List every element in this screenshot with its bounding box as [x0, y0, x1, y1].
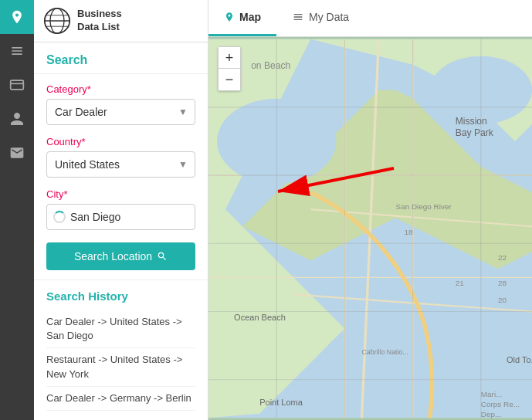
svg-text:Mission: Mission [456, 116, 487, 127]
search-history: Search History Car Dealer -> United Stat… [34, 279, 208, 420]
city-label: City* [46, 188, 195, 200]
nav-layers[interactable] [0, 34, 34, 68]
category-select[interactable]: Car Dealer Restaurant Hotel Retail Other [46, 99, 195, 125]
map-zoom-controls: + − [218, 46, 241, 91]
map-svg: Mission Bay Park on Beach San Diego Rive… [208, 37, 532, 420]
svg-text:21: 21 [456, 279, 465, 287]
nav-card[interactable] [0, 68, 34, 102]
svg-text:Corps Re...: Corps Re... [481, 400, 520, 408]
svg-text:Cabrillo Natio...: Cabrillo Natio... [361, 348, 408, 356]
map-tabs: Map My Data [208, 0, 532, 37]
sidebar-title: Search [46, 53, 195, 67]
history-item[interactable]: Car Dealer -> Germany -> Berlin [46, 387, 195, 411]
zoom-out-button[interactable]: − [219, 69, 240, 90]
svg-text:Dep...: Dep... [481, 410, 501, 418]
main-container: Business Data List Search Category* Car … [34, 0, 532, 420]
top-row: Business Data List Search Category* Car … [34, 0, 532, 420]
city-spinner [53, 211, 66, 223]
tab-map-label: Map [239, 11, 261, 23]
tab-mydata-label: My Data [309, 11, 349, 23]
nav-mail[interactable] [0, 136, 34, 170]
svg-rect-0 [11, 80, 24, 90]
svg-text:San Diego River: San Diego River [396, 202, 452, 211]
sidebar-content: Category* Car Dealer Restaurant Hotel Re… [34, 74, 208, 279]
svg-text:on Beach: on Beach [251, 60, 290, 71]
svg-text:20: 20 [498, 296, 507, 304]
logo-area: Business Data List [34, 0, 208, 42]
svg-text:Ocean Beach: Ocean Beach [234, 313, 286, 322]
nav-user[interactable] [0, 102, 34, 136]
sidebar: Business Data List Search Category* Car … [34, 0, 208, 420]
logo-text: Business Data List [77, 8, 122, 34]
svg-text:Mari...: Mari... [481, 390, 503, 398]
tab-mydata[interactable]: My Data [276, 0, 364, 36]
zoom-in-button[interactable]: + [219, 47, 240, 69]
category-select-wrapper: Car Dealer Restaurant Hotel Retail Other… [46, 99, 195, 125]
svg-text:Bay Park: Bay Park [456, 127, 494, 138]
svg-text:22: 22 [498, 253, 507, 262]
search-btn-label: Search Location [74, 250, 152, 262]
icon-bar [0, 0, 34, 420]
tab-map[interactable]: Map [208, 0, 276, 36]
svg-text:28: 28 [498, 279, 507, 287]
country-select-wrapper: United States Canada United Kingdom Aust… [46, 151, 195, 178]
sidebar-header: Search [34, 42, 208, 74]
search-history-title: Search History [46, 290, 195, 303]
svg-text:Old To...: Old To... [507, 355, 532, 364]
history-item[interactable]: Car Dealer -> United States -> San Diego [46, 310, 195, 348]
map-content: Mission Bay Park on Beach San Diego Rive… [208, 37, 532, 420]
svg-text:18: 18 [405, 228, 414, 236]
nav-location[interactable] [0, 0, 34, 34]
country-select[interactable]: United States Canada United Kingdom Aust… [46, 151, 195, 178]
svg-text:Point Loma: Point Loma [259, 398, 303, 407]
category-label: Category* [46, 83, 195, 95]
history-item[interactable]: Restaurant -> United States -> New York [46, 348, 195, 386]
city-input[interactable] [70, 205, 205, 229]
city-input-wrapper [46, 204, 195, 230]
country-label: Country* [46, 136, 195, 147]
logo-icon [43, 7, 71, 35]
search-location-button[interactable]: Search Location [46, 242, 195, 270]
map-panel: Map My Data [208, 0, 532, 420]
